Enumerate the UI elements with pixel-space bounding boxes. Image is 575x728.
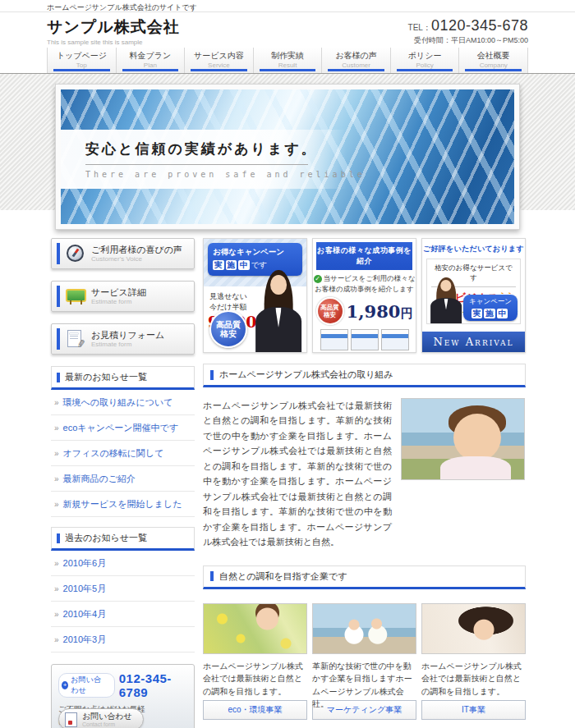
chip: 中 — [497, 309, 508, 318]
site-logo[interactable]: サンプル株式会社 This is sample site this is sam… — [47, 14, 180, 48]
section1-body: ホームページサンプル株式会社では最新技術と自然との調和を目指します。革新的な技術… — [203, 398, 526, 550]
arrow-marker-icon: » — [54, 474, 59, 483]
header-contact: TEL：0120-345-678 受付時間：平日AM10:00～PM5:00 — [408, 17, 528, 48]
archive-list: »2010年6月 »2010年5月 »2010年4月 »2010年3月 — [51, 551, 195, 652]
nav-item-policy[interactable]: ポリシー Policy — [391, 48, 460, 73]
archive-link[interactable]: 2010年3月 — [63, 634, 107, 644]
hero-divider — [85, 164, 308, 165]
nav-item-customer[interactable]: お客様の声 Customer — [322, 48, 391, 73]
news-list: »環境への取り組みについて »ecoキャンペーン開催中です »オフィスの移転に関… — [51, 390, 195, 517]
page: ホームページサンプル株式会社のサイトです サンプル株式会社 This is sa… — [0, 0, 575, 728]
estimate-document-icon — [66, 329, 86, 350]
case-price: 1,980円 — [347, 301, 413, 322]
business-cards: ホームページサンプル株式会社では最新技術と自然との調和を目指します。 eco・環… — [203, 603, 526, 720]
sidebar-button-estimate-form[interactable]: お見積りフォーム Estimate form — [51, 323, 195, 355]
tel-line: TEL：0120-345-678 — [408, 17, 528, 34]
list-item: »2010年3月 — [51, 627, 195, 652]
nav-item-top[interactable]: トップページ Top — [48, 48, 117, 73]
hero-subtitle: There are proven safe and reliable — [85, 170, 514, 179]
hero-title: 安心と信頼の実績があります。 — [85, 140, 514, 158]
campaign-banner[interactable]: お得なキャンペーン 実施中です 見逃せない 今だけ半額 9,800円 高品質 格… — [203, 238, 307, 353]
news-link[interactable]: ecoキャンペーン開催中です — [63, 423, 179, 433]
arrow-marker-icon: » — [54, 610, 59, 619]
site-thumbnail — [320, 329, 348, 350]
case-study-banner[interactable]: お客様の様々な成功事例を紹介 ✓当サービスをご利用の様々な お客様の成功事例を紹… — [312, 238, 416, 353]
eco-business-button[interactable]: eco・環境事業 — [203, 700, 307, 720]
archive-link[interactable]: 2010年6月 — [63, 558, 107, 568]
card-photo-beach — [312, 603, 416, 654]
sidebar-button-service-detail[interactable]: サービス詳細 Estimate form — [51, 281, 195, 312]
chip: 実 — [472, 309, 483, 318]
accent-bar — [57, 243, 60, 264]
archive-link[interactable]: 2010年5月 — [63, 584, 107, 593]
news-link[interactable]: 環境への取り組みについて — [63, 397, 173, 407]
contact-document-icon — [65, 712, 77, 727]
nav-underline — [53, 69, 110, 71]
news-link[interactable]: 新規サービスを開始しました — [63, 499, 182, 509]
arrow-marker-icon: » — [54, 449, 59, 458]
section1-header: ホームページサンプル株式会社の取り組み — [203, 364, 526, 387]
nav-underline — [397, 69, 453, 71]
nav-item-service[interactable]: サービス内容 Service — [185, 48, 254, 73]
card-marketing: 革新的な技術で世の中を動かす企業を目指しますホームページサンプル株式会社。 マー… — [312, 603, 416, 720]
arrow-marker-icon: » — [54, 398, 59, 407]
site-thumbnail — [381, 329, 409, 350]
chip: 実 — [213, 260, 224, 270]
nav-underline — [328, 69, 384, 71]
sidebar: ご利用者様の喜びの声 Customer's Voice サービス詳細 Estim… — [51, 238, 195, 728]
news-list-header: 最新のお知らせ一覧 — [51, 366, 195, 390]
accent-bar — [57, 533, 60, 543]
card-photo-portrait — [421, 603, 526, 654]
contact-badge: +お問い合わせ — [58, 673, 115, 698]
site-logo-tagline: This is sample site this is sample — [47, 39, 180, 46]
site-header: サンプル株式会社 This is sample site this is sam… — [0, 12, 575, 48]
nav-item-company[interactable]: 会社概要 Company — [459, 48, 528, 73]
section1-text: ホームページサンプル株式会社では最新技術と自然との調和を目指します。革新的な技術… — [203, 398, 392, 550]
site-thumbnail — [351, 329, 379, 350]
campaign-ribbon: キャンペーン 実施中 — [463, 295, 518, 321]
contact-form-button[interactable]: お問い合わせ Contact form — [58, 708, 144, 728]
campaign-woman-photo — [253, 270, 304, 352]
case-thumbnails — [313, 329, 416, 350]
section2: 自然との調和を目指す企業です ホームページサンプル株式会社では最新技術と自然との… — [203, 565, 526, 720]
nav-underline — [122, 69, 179, 71]
archive-list-header: 過去のお知らせ一覧 — [51, 527, 195, 551]
contact-box: +お問い合わせ 012-345-6789 ご不明な点はぜひお気軽に お問い合わせ… — [51, 664, 195, 728]
quality-badge: 高品質 格安 — [209, 310, 247, 348]
arrow-marker-icon: » — [54, 424, 59, 433]
list-item: »2010年5月 — [51, 576, 195, 602]
news-link[interactable]: 最新商品のご紹介 — [63, 474, 136, 483]
plus-circle-icon: + — [62, 681, 68, 689]
accent-bar — [210, 571, 214, 581]
news-link[interactable]: オフィスの移転に関して — [63, 448, 164, 458]
nav-underline — [191, 69, 247, 71]
archive-link[interactable]: 2010年4月 — [63, 609, 107, 619]
list-item: »オフィスの移転に関して — [51, 441, 195, 466]
accent-bar — [210, 370, 214, 380]
list-item: »2010年4月 — [51, 602, 195, 627]
nav-item-plan[interactable]: 料金プラン Plan — [117, 48, 186, 73]
arrow-marker-icon: » — [54, 559, 59, 568]
chip: 施 — [484, 309, 495, 318]
new-arrival-banner[interactable]: ご好評をいただいております 格安のお得なサービスです ビジネス｀｀ にご活用くだ… — [421, 238, 526, 353]
sidebar-button-customers-voice[interactable]: ご利用者様の喜びの声 Customer's Voice — [51, 238, 195, 269]
signboard-icon — [66, 286, 86, 307]
section1-photo — [401, 398, 525, 480]
card-eco: ホームページサンプル株式会社では最新技術と自然との調和を目指します。 eco・環… — [203, 603, 307, 720]
new-arrival-bar: New Arrival — [422, 332, 525, 352]
hero-band: 安心と信頼の実績があります。 There are proven safe and… — [0, 73, 575, 211]
arrow-marker-icon: » — [54, 635, 59, 644]
it-business-button[interactable]: IT事業 — [421, 700, 526, 720]
quality-badge: 高品質 格安 — [316, 297, 344, 325]
nav-item-result[interactable]: 制作実績 Result — [254, 48, 323, 73]
chip: 施 — [226, 260, 237, 270]
hero-frame: 安心と信頼の実績があります。 There are proven safe and… — [55, 84, 520, 230]
arrival-woman-photo — [429, 277, 463, 323]
main-column: お得なキャンペーン 実施中です 見逃せない 今だけ半額 9,800円 高品質 格… — [203, 238, 526, 728]
chip: 中 — [238, 260, 250, 270]
business-hours: 受付時間：平日AM10:00～PM5:00 — [408, 35, 528, 46]
hero-caption: 安心と信頼の実績があります。 There are proven safe and… — [61, 130, 514, 189]
promo-banners: お得なキャンペーン 実施中です 見逃せない 今だけ半額 9,800円 高品質 格… — [203, 238, 526, 353]
check-icon: ✓ — [314, 275, 322, 283]
accent-bar — [57, 328, 60, 350]
